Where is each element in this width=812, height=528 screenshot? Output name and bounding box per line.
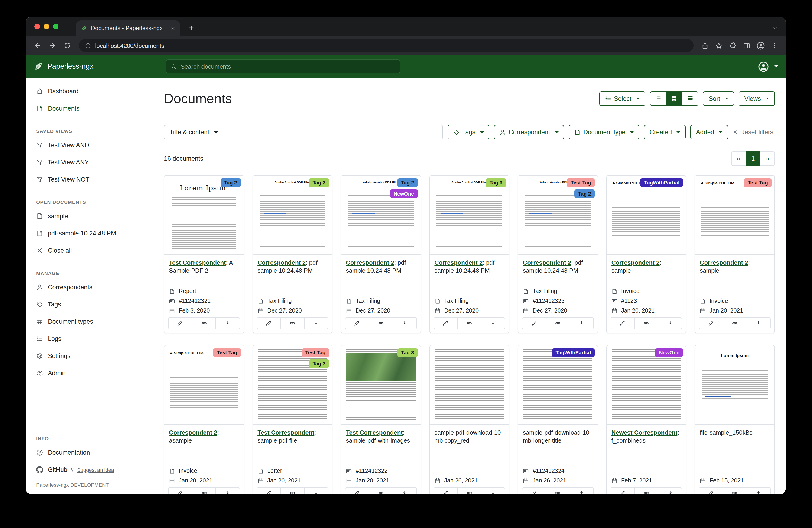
document-card[interactable]: sample-pdf-download-10-mb copy_red Jan 2…	[429, 345, 509, 494]
document-thumbnail[interactable]: Lorem ipsum	[695, 345, 774, 425]
sidebar-item-documentation[interactable]: Documentation	[26, 444, 153, 461]
preview-document-button[interactable]	[369, 487, 393, 494]
tags-filter-button[interactable]: Tags	[448, 125, 489, 139]
suggest-an-idea-link[interactable]: Suggest an idea	[70, 467, 114, 472]
pagination-prev-button[interactable]: «	[731, 152, 746, 166]
document-thumbnail[interactable]: TagWithPartial	[518, 345, 597, 425]
sidebar-item-open-document-sample[interactable]: sample	[26, 208, 153, 225]
download-document-button[interactable]	[304, 317, 328, 329]
document-thumbnail[interactable]: Tag 3	[341, 345, 420, 425]
sidebar-item-saved-view-not[interactable]: Test View NOT	[26, 171, 153, 188]
preview-document-button[interactable]	[546, 317, 570, 329]
share-button[interactable]	[698, 39, 711, 52]
user-menu[interactable]	[758, 61, 778, 72]
browser-profile-button[interactable]	[754, 39, 767, 52]
site-info-icon[interactable]	[85, 42, 91, 48]
preview-document-button[interactable]	[369, 317, 393, 329]
document-card[interactable]: Test TagTag 3 Test Correspondent: sample…	[252, 345, 332, 494]
extensions-button[interactable]	[726, 39, 739, 52]
download-document-button[interactable]	[481, 487, 505, 494]
document-thumbnail[interactable]: Lorem Ipsum Tag 2	[164, 175, 244, 255]
sidebar-item-saved-view-any[interactable]: Test View ANY	[26, 154, 153, 171]
sidebar-item-logs[interactable]: Logs	[26, 330, 153, 347]
document-card[interactable]: TagWithPartial sample-pdf-download-10-mb…	[518, 345, 598, 494]
app-brand[interactable]: Paperless-ngx	[33, 61, 157, 71]
address-bar[interactable]: localhost:4200/documents	[79, 39, 694, 52]
document-card[interactable]: Adobe Acrobat PDF Files Tag 3 Correspond…	[429, 175, 509, 333]
preview-document-button[interactable]	[280, 487, 305, 494]
download-document-button[interactable]	[216, 487, 240, 494]
tag-badge[interactable]: TagWithPartial	[640, 178, 683, 187]
document-thumbnail[interactable]: NewOne	[607, 345, 686, 425]
document-thumbnail[interactable]: A Simple PDF File TagWithPartial	[607, 175, 686, 255]
tag-badge[interactable]: Test Tag	[213, 348, 241, 357]
document-card[interactable]: Adobe Acrobat PDF Files Tag 2NewOne Corr…	[341, 175, 421, 333]
bookmark-button[interactable]	[712, 39, 725, 52]
document-correspondent-link[interactable]: Correspondent 2	[700, 259, 748, 266]
edit-document-button[interactable]	[168, 317, 192, 329]
document-thumbnail[interactable]: Adobe Acrobat PDF Files Tag 2NewOne	[341, 175, 420, 255]
sidebar-item-settings[interactable]: Settings	[26, 347, 153, 365]
tag-badge[interactable]: NewOne	[655, 348, 683, 357]
document-correspondent-link[interactable]: Correspondent 2	[346, 259, 394, 266]
document-card[interactable]: Adobe Acrobat PDF Files Test TagTag 2 Co…	[518, 175, 598, 333]
view-details-button[interactable]	[650, 91, 666, 106]
edit-document-button[interactable]	[522, 487, 546, 494]
sidebar-item-correspondents[interactable]: Correspondents	[26, 279, 153, 296]
maximize-window-button[interactable]	[53, 24, 58, 29]
edit-document-button[interactable]	[257, 317, 281, 329]
tag-badge[interactable]: NewOne	[390, 189, 418, 198]
new-tab-button[interactable]	[185, 22, 198, 34]
edit-document-button[interactable]	[610, 317, 635, 329]
document-card[interactable]: Lorem Ipsum Tag 2 Test Correspondent: A …	[164, 175, 244, 333]
document-card[interactable]: NewOne Newest Correspondent: f_combineds…	[606, 345, 686, 494]
document-card[interactable]: Adobe Acrobat PDF Files Tag 3 Correspond…	[252, 175, 332, 333]
document-card[interactable]: A Simple PDF File TagWithPartial Corresp…	[606, 175, 686, 333]
preview-document-button[interactable]	[723, 317, 747, 329]
preview-document-button[interactable]	[457, 487, 481, 494]
document-correspondent-link[interactable]: Correspondent 2	[611, 259, 660, 266]
view-cards-button[interactable]	[682, 91, 698, 106]
document-thumbnail[interactable]: Adobe Acrobat PDF Files Tag 3	[430, 175, 509, 255]
reset-filters-button[interactable]: Reset filters	[733, 129, 773, 135]
tag-badge[interactable]: Tag 3	[309, 178, 329, 187]
preview-document-button[interactable]	[723, 487, 747, 494]
download-document-button[interactable]	[304, 487, 328, 494]
document-card[interactable]: A Simple PDF File Test Tag Correspondent…	[164, 345, 244, 494]
document-correspondent-link[interactable]: Newest Correspondent	[611, 429, 678, 436]
minimize-window-button[interactable]	[44, 24, 49, 29]
edit-document-button[interactable]	[257, 487, 281, 494]
pagination-page-1-button[interactable]: 1	[745, 152, 760, 166]
download-document-button[interactable]	[658, 487, 682, 494]
tag-badge[interactable]: Tag 3	[486, 178, 506, 187]
tag-badge[interactable]: Tag 2	[220, 178, 241, 187]
tag-badge[interactable]: TagWithPartial	[552, 348, 595, 357]
preview-document-button[interactable]	[457, 317, 481, 329]
back-button[interactable]	[31, 39, 45, 53]
edit-document-button[interactable]	[345, 487, 369, 494]
download-document-button[interactable]	[393, 487, 417, 494]
edit-document-button[interactable]	[699, 317, 723, 329]
tab-close-icon[interactable]	[170, 26, 175, 31]
preview-document-button[interactable]	[634, 487, 658, 494]
sidebar-item-admin[interactable]: Admin	[26, 365, 153, 382]
select-button[interactable]: Select	[599, 91, 645, 106]
download-document-button[interactable]	[569, 317, 594, 329]
sidebar-item-close-all[interactable]: Close all	[26, 242, 153, 259]
global-search[interactable]	[166, 59, 400, 73]
download-document-button[interactable]	[569, 487, 594, 494]
document-type-filter-button[interactable]: Document type	[569, 125, 639, 139]
reload-button[interactable]	[60, 39, 74, 53]
document-correspondent-link[interactable]: Correspondent 2	[258, 259, 306, 266]
document-correspondent-link[interactable]: Correspondent 2	[523, 259, 571, 266]
sidebar-item-saved-view-and[interactable]: Test View AND	[26, 137, 153, 154]
download-document-button[interactable]	[481, 317, 505, 329]
created-filter-button[interactable]: Created	[644, 125, 686, 139]
views-button[interactable]: Views	[739, 91, 775, 106]
preview-document-button[interactable]	[546, 487, 570, 494]
tag-badge[interactable]: Tag 3	[397, 348, 418, 357]
document-thumbnail[interactable]: Adobe Acrobat PDF Files Test TagTag 2	[518, 175, 597, 255]
sort-button[interactable]: Sort	[703, 91, 734, 106]
download-document-button[interactable]	[746, 317, 771, 329]
edit-document-button[interactable]	[168, 487, 192, 494]
